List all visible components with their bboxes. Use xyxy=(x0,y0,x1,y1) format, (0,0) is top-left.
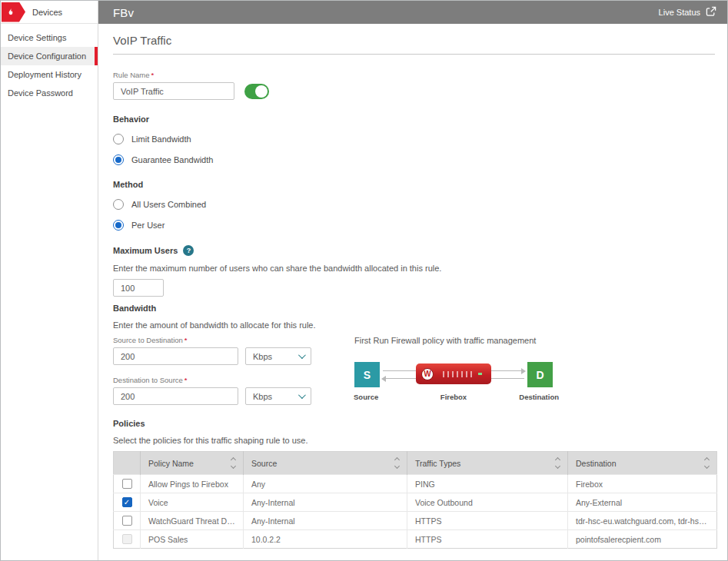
sort-icon xyxy=(395,458,399,468)
row-checkbox[interactable] xyxy=(122,516,132,526)
firebox-appliance-icon: W xyxy=(416,363,491,384)
sidebar-nav: Device Settings Device Configuration Dep… xyxy=(1,24,98,102)
cell-traffic-types: Voice Outbound xyxy=(407,493,568,512)
table-header-row: Policy Name Source Traffic Types xyxy=(114,452,717,475)
sort-icon xyxy=(231,458,235,468)
column-header-traffic-types[interactable]: Traffic Types xyxy=(407,452,568,475)
select-all-column xyxy=(114,452,141,475)
cell-source: Any xyxy=(244,475,407,493)
radio-per-user[interactable]: Per User xyxy=(113,220,715,231)
destination-to-source-input[interactable] xyxy=(113,387,238,405)
cell-destination: Firebox xyxy=(568,475,717,493)
bandwidth-fields: Source to Destination* Kbps Destination … xyxy=(113,336,311,405)
table-row: POS Sales 10.0.2.2 HTTPS pointofsalerecp… xyxy=(114,530,717,549)
sort-icon xyxy=(705,458,709,468)
title-divider xyxy=(113,54,715,55)
cell-destination: tdr-hsc-eu.watchguard.com, tdr-hsc-na.wa… xyxy=(568,512,717,530)
sort-icon xyxy=(556,458,560,468)
table-row: Allow Pings to Firebox Any PING Firebox xyxy=(114,475,717,493)
maximum-users-description: Enter the maximum number of users who ca… xyxy=(113,264,715,273)
source-node-label: Source xyxy=(354,393,378,401)
row-checkbox[interactable] xyxy=(122,497,132,507)
sidebar-item-deployment-history[interactable]: Deployment History xyxy=(1,65,98,84)
radio-icon xyxy=(113,154,124,165)
radio-icon xyxy=(113,134,124,144)
app-window: Devices Device Settings Device Configura… xyxy=(0,0,728,561)
destination-to-source-unit-select[interactable]: Kbps xyxy=(245,387,311,405)
firebox-led xyxy=(478,373,482,375)
cell-policy-name: Allow Pings to Firebox xyxy=(141,475,244,493)
radio-icon xyxy=(113,199,124,210)
cell-source: Any-Internal xyxy=(244,493,407,512)
required-asterisk: * xyxy=(184,376,188,384)
bandwidth-description: Enter the amount of bandwidth to allocat… xyxy=(113,320,715,330)
maximum-users-input[interactable] xyxy=(113,279,164,297)
firebox-label: Firebox xyxy=(440,393,467,401)
help-icon[interactable]: ? xyxy=(183,245,194,256)
row-checkbox-disabled xyxy=(122,534,132,544)
table-row: WatchGuard Threat Detectio... Any-Intern… xyxy=(114,512,717,530)
device-title: FBv xyxy=(113,6,134,19)
chevron-down-icon xyxy=(298,391,306,399)
sidebar-item-device-settings[interactable]: Device Settings xyxy=(1,28,98,47)
cell-source: Any-Internal xyxy=(244,512,407,530)
cell-traffic-types: HTTPS xyxy=(407,530,568,549)
method-label: Method xyxy=(113,180,715,189)
source-node: S xyxy=(354,362,380,387)
source-to-destination-unit-select[interactable]: Kbps xyxy=(245,347,311,365)
rule-name-label: Rule Name* xyxy=(113,71,715,79)
policies-description: Select the policies for this traffic sha… xyxy=(113,436,715,445)
radio-all-users-combined[interactable]: All Users Combined xyxy=(113,199,715,210)
cell-traffic-types: HTTPS xyxy=(407,512,568,530)
bandwidth-label: Bandwidth xyxy=(113,304,715,313)
sidebar: Devices Device Settings Device Configura… xyxy=(1,1,98,560)
brand-header: Devices xyxy=(1,1,98,24)
page-content: VoIP Traffic Rule Name* Behavior Limit B… xyxy=(98,24,727,561)
rule-name-input[interactable] xyxy=(113,82,234,100)
source-to-destination-input[interactable] xyxy=(113,347,238,365)
watchguard-flame-icon xyxy=(2,2,25,22)
live-status-label: Live Status xyxy=(659,8,700,17)
topbar: FBv Live Status xyxy=(98,1,727,24)
rule-enabled-toggle[interactable] xyxy=(244,84,269,99)
watchguard-logo-icon: W xyxy=(421,368,434,380)
policies-label: Policies xyxy=(113,419,715,428)
cell-destination: Any-External xyxy=(568,493,717,512)
cell-policy-name: POS Sales xyxy=(141,530,244,549)
cell-source: 10.0.2.2 xyxy=(244,530,407,549)
destination-to-source-label: Destination to Source* xyxy=(113,376,311,384)
destination-node-label: Destination xyxy=(519,393,559,401)
page-title: VoIP Traffic xyxy=(113,34,715,47)
behavior-label: Behavior xyxy=(113,115,715,124)
toggle-knob xyxy=(255,85,268,98)
brand-label: Devices xyxy=(32,8,62,17)
table-row: Voice Any-Internal Voice Outbound Any-Ex… xyxy=(114,493,717,512)
column-header-source[interactable]: Source xyxy=(244,452,407,475)
diagram-caption: First Run Firewall policy with traffic m… xyxy=(354,336,553,345)
radio-limit-bandwidth[interactable]: Limit Bandwidth xyxy=(113,134,715,144)
external-link-icon xyxy=(706,6,716,18)
policies-table: Policy Name Source Traffic Types xyxy=(113,451,717,549)
cell-destination: pointofsalerecpient.com xyxy=(568,530,717,549)
source-to-destination-label: Source to Destination* xyxy=(113,336,311,344)
cell-policy-name: Voice xyxy=(141,493,244,512)
radio-icon xyxy=(113,220,124,231)
required-asterisk: * xyxy=(151,71,155,79)
radio-guarantee-bandwidth[interactable]: Guarantee Bandwidth xyxy=(113,154,715,165)
required-asterisk: * xyxy=(184,336,188,344)
chevron-down-icon xyxy=(298,351,306,359)
sidebar-item-device-password[interactable]: Device Password xyxy=(1,84,98,102)
cell-traffic-types: PING xyxy=(407,475,568,493)
column-header-policy-name[interactable]: Policy Name xyxy=(141,452,244,475)
traffic-diagram: First Run Firewall policy with traffic m… xyxy=(354,336,553,405)
sidebar-item-device-configuration[interactable]: Device Configuration xyxy=(1,47,98,65)
maximum-users-label: Maximum Users xyxy=(113,246,178,255)
destination-node: D xyxy=(527,362,553,387)
firebox-ports xyxy=(443,371,474,377)
column-header-destination[interactable]: Destination xyxy=(568,452,717,475)
live-status-link[interactable]: Live Status xyxy=(659,6,716,18)
cell-policy-name: WatchGuard Threat Detectio... xyxy=(141,512,244,530)
main-area: FBv Live Status VoIP Traffic Rule Name* xyxy=(98,1,727,560)
row-checkbox[interactable] xyxy=(122,479,132,489)
